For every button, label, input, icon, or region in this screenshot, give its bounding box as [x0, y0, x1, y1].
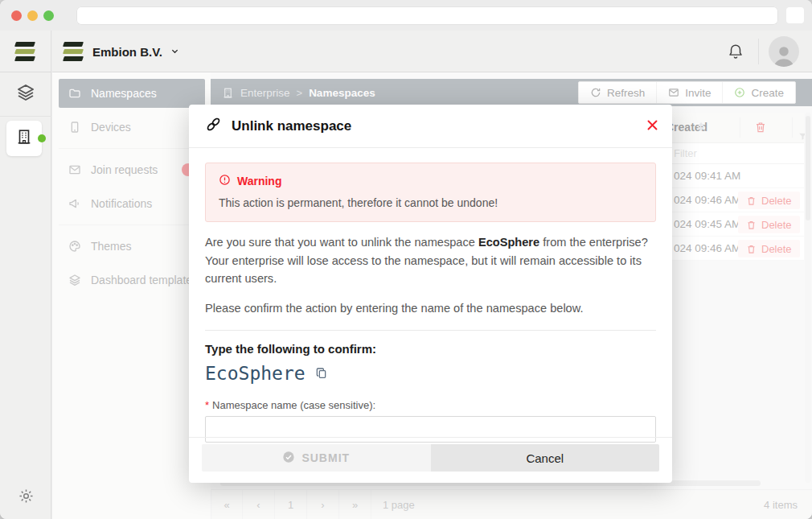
check-circle-icon [282, 451, 295, 466]
input-label: *Namespace name (case sensitive): [205, 399, 656, 411]
warning-title: Warning [237, 175, 281, 187]
submit-button[interactable]: SUBMIT [202, 444, 431, 472]
unlink-namespace-modal: Unlink namespace Warning This action is … [189, 105, 672, 483]
bell-icon [727, 43, 744, 60]
embion-logo-icon [15, 41, 36, 62]
icon-rail [0, 31, 51, 519]
close-icon [646, 118, 659, 132]
building-icon [15, 128, 33, 149]
app-window: Embion B.V. Namespaces [0, 0, 812, 519]
modal-header: Unlink namespace [189, 105, 672, 148]
warning-text: This action is permanent, therefore it c… [219, 196, 642, 209]
modal-title: Unlink namespace [232, 118, 351, 134]
window-zoom-button[interactable] [43, 10, 54, 21]
embion-logo-icon [64, 41, 84, 62]
org-switcher[interactable]: Embion B.V. [64, 41, 179, 62]
org-name: Embion B.V. [92, 45, 162, 59]
header-divider [758, 39, 759, 64]
notifications-bell-button[interactable] [727, 43, 744, 64]
confirm-question: Are you sure that you want to unlink the… [205, 233, 656, 288]
namespace-name-bold: EcoSphere [478, 236, 539, 249]
modal-close-button[interactable] [646, 118, 659, 132]
app-header: Embion B.V. [52, 31, 812, 72]
namespace-code-text: EcoSphere [205, 363, 306, 384]
window-close-button[interactable] [11, 10, 22, 21]
submit-label: SUBMIT [301, 451, 350, 464]
window-minimize-button[interactable] [27, 10, 38, 21]
gear-icon [18, 493, 35, 507]
copy-icon[interactable] [315, 367, 328, 380]
address-bar[interactable] [76, 6, 778, 25]
chevron-down-icon [170, 44, 179, 59]
divider [205, 330, 656, 331]
online-status-dot [38, 134, 46, 142]
modal-footer: SUBMIT Cancel [189, 437, 672, 483]
confirm-heading: Type the following to confirm: [205, 342, 656, 356]
rail-item-settings[interactable] [0, 488, 51, 508]
cancel-label: Cancel [526, 451, 564, 465]
rail-item-enterprise-active[interactable] [6, 121, 42, 156]
warning-circle-icon [219, 174, 231, 188]
unlink-icon [205, 116, 222, 136]
user-avatar-button[interactable] [769, 36, 799, 67]
modal-body: Warning This action is permanent, theref… [189, 148, 672, 443]
browser-titlebar [0, 0, 812, 31]
rail-item-namespaces[interactable] [0, 72, 51, 117]
confirm-instruction: Please confirm the action by entering th… [205, 299, 656, 318]
warning-alert: Warning This action is permanent, theref… [205, 163, 656, 222]
cancel-button[interactable]: Cancel [431, 444, 660, 472]
rail-logo[interactable] [0, 31, 51, 72]
layers-icon [16, 83, 35, 105]
required-asterisk: * [205, 399, 209, 411]
browser-extension-button[interactable] [786, 7, 804, 23]
person-icon [770, 43, 798, 67]
